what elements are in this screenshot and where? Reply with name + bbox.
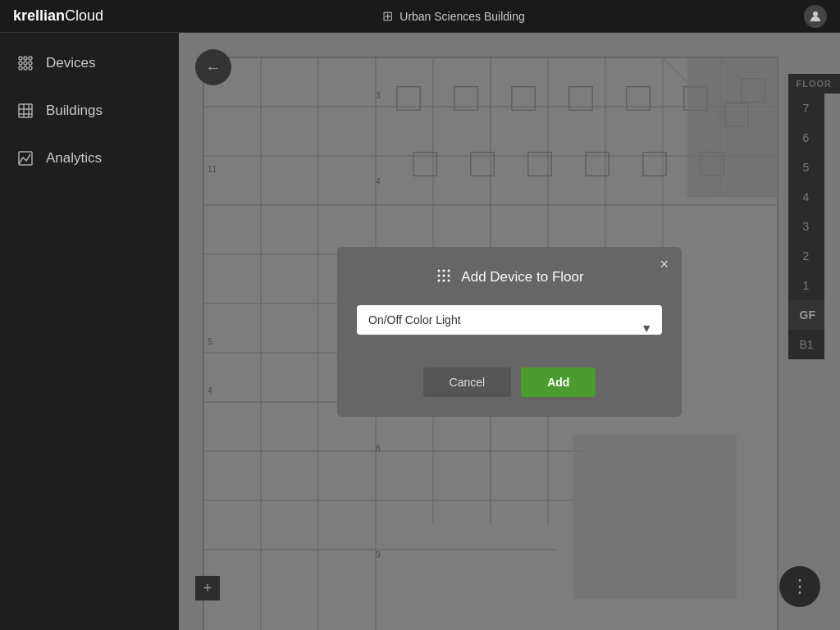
building-name: Urban Sciences Building: [399, 10, 525, 23]
svg-point-3: [29, 57, 32, 60]
sidebar-item-analytics[interactable]: Analytics: [0, 135, 179, 182]
svg-point-70: [443, 279, 445, 281]
svg-point-0: [813, 11, 818, 16]
add-button[interactable]: Add: [521, 368, 596, 397]
svg-point-65: [448, 269, 450, 272]
svg-point-5: [24, 62, 27, 65]
svg-point-4: [19, 62, 22, 65]
svg-point-2: [24, 57, 27, 60]
sidebar-item-buildings[interactable]: Buildings: [0, 87, 179, 135]
svg-point-6: [29, 62, 32, 65]
sidebar-item-devices[interactable]: Devices: [0, 39, 179, 87]
modal-title-text: Add Device to Floor: [461, 269, 583, 285]
cancel-button[interactable]: Cancel: [423, 368, 512, 397]
svg-point-63: [438, 269, 441, 272]
header: krellianCloud ⊞ Urban Sciences Building: [0, 0, 840, 33]
svg-point-67: [443, 274, 445, 276]
svg-point-66: [438, 274, 441, 276]
device-type-select-wrapper: On/Off Color Light Temperature Sensor Mo…: [357, 305, 662, 351]
svg-point-9: [29, 66, 32, 70]
modal-actions: Cancel Add: [357, 368, 662, 397]
map-background: 3 4 7 8 9 11 5 4 ← FLOOR 7 6: [179, 33, 840, 630]
analytics-icon: [16, 149, 34, 167]
user-avatar-button[interactable]: [804, 5, 827, 28]
svg-point-69: [438, 279, 441, 281]
device-type-select[interactable]: On/Off Color Light Temperature Sensor Mo…: [357, 305, 662, 335]
add-device-modal: ×: [337, 247, 682, 417]
svg-point-8: [24, 66, 27, 70]
svg-point-68: [448, 274, 450, 276]
sidebar-item-buildings-label: Buildings: [46, 103, 103, 119]
sidebar-item-devices-label: Devices: [46, 55, 95, 71]
modal-title-icon: [435, 267, 453, 289]
svg-rect-10: [19, 104, 32, 117]
devices-icon: [16, 54, 34, 72]
building-icon: ⊞: [382, 8, 393, 24]
app-logo: krellianCloud: [13, 7, 103, 25]
buildings-icon: [16, 102, 34, 120]
sidebar: Devices Buildings Analytics: [0, 33, 179, 630]
svg-point-7: [19, 66, 22, 70]
content-area: 3 4 7 8 9 11 5 4 ← FLOOR 7 6: [179, 33, 840, 630]
modal-close-button[interactable]: ×: [660, 257, 669, 272]
svg-point-64: [443, 269, 445, 272]
sidebar-item-analytics-label: Analytics: [46, 150, 102, 167]
svg-point-71: [448, 279, 450, 281]
svg-rect-15: [19, 152, 32, 165]
modal-title: Add Device to Floor: [357, 267, 662, 289]
svg-point-1: [19, 57, 22, 60]
main-layout: Devices Buildings Analytics: [0, 33, 840, 630]
modal-overlay: ×: [179, 33, 840, 630]
header-center: ⊞ Urban Sciences Building: [382, 8, 525, 24]
